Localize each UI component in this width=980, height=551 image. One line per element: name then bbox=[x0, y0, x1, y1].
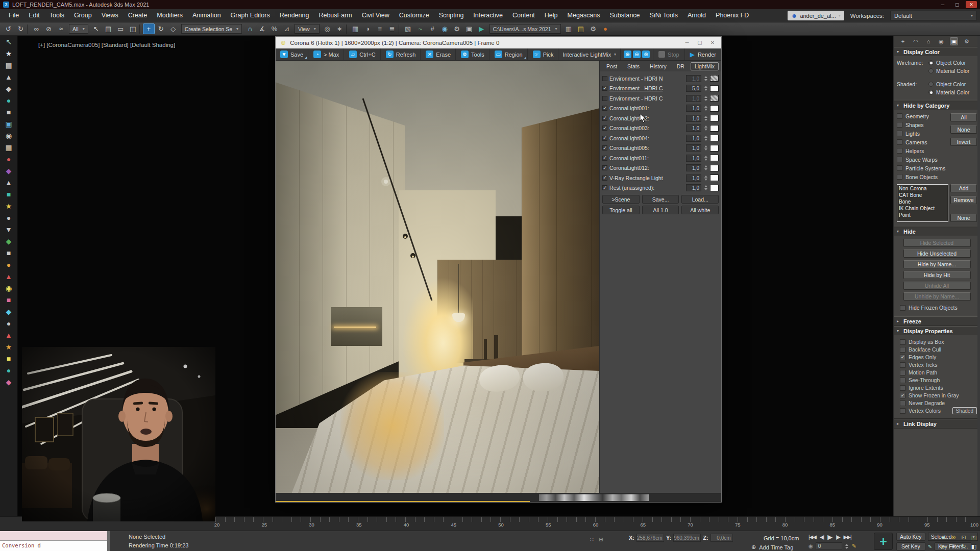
light-color-swatch[interactable] bbox=[710, 185, 719, 191]
key-mode-icon[interactable]: ✎ bbox=[852, 543, 856, 549]
tab-lightmix[interactable]: LightMix bbox=[691, 62, 719, 70]
menu-item[interactable]: Modifiers bbox=[152, 9, 187, 22]
selection-filter-dropdown[interactable]: All ▾ bbox=[69, 24, 88, 34]
listener-script-row[interactable]: Conversion d bbox=[0, 541, 107, 551]
left-tool-14[interactable]: ■ bbox=[7, 191, 11, 198]
next-frame-button[interactable]: |▶ bbox=[836, 534, 840, 540]
light-intensity-field[interactable]: 1,0 bbox=[686, 155, 701, 162]
workspace-dropdown[interactable]: Default ▾ bbox=[890, 11, 977, 20]
wireframe-material-color-radio[interactable]: Material Color bbox=[928, 67, 977, 74]
save-button[interactable]: ▼ Save bbox=[276, 48, 308, 60]
display-property-row[interactable]: Vertex Ticks bbox=[897, 361, 977, 368]
minimize-button[interactable]: ─ bbox=[937, 1, 948, 8]
menu-item[interactable]: Views bbox=[97, 9, 123, 22]
display-property-row[interactable]: Ignore Extents bbox=[897, 384, 977, 391]
light-intensity-field[interactable]: 1,0 bbox=[686, 124, 701, 132]
asset-library-icon[interactable]: ▤ bbox=[575, 23, 587, 34]
lightmix-load-button[interactable]: Load... bbox=[681, 195, 719, 204]
light-color-swatch[interactable] bbox=[710, 135, 719, 141]
display-property-row[interactable]: Display as Box bbox=[897, 338, 977, 345]
light-color-swatch[interactable] bbox=[710, 155, 719, 161]
spinner[interactable] bbox=[703, 144, 708, 152]
light-intensity-field[interactable]: 1,0 bbox=[686, 75, 701, 82]
tab-motion[interactable]: ◉ bbox=[937, 37, 945, 45]
light-enable-checkbox[interactable] bbox=[602, 156, 607, 161]
category-checkbox-row[interactable]: Lights bbox=[897, 130, 948, 137]
display-property-row[interactable]: Motion Path bbox=[897, 369, 977, 376]
reference-coordinate-dropdown[interactable]: View ▾ bbox=[295, 24, 320, 34]
left-tool-12[interactable]: ◆ bbox=[6, 167, 12, 174]
unhide-all-button[interactable]: Unhide All bbox=[903, 282, 971, 290]
tab-dr[interactable]: DR bbox=[673, 62, 689, 70]
light-enable-checkbox[interactable] bbox=[602, 86, 607, 91]
exclusion-list-item[interactable]: Non-Corona bbox=[899, 185, 946, 192]
select-rotate-icon[interactable]: ↻ bbox=[155, 23, 167, 34]
light-enable-checkbox[interactable] bbox=[602, 176, 607, 181]
separator[interactable] bbox=[399, 24, 402, 34]
left-tool-11[interactable]: ● bbox=[7, 156, 11, 163]
hide-frozen-checkbox-row[interactable]: Hide Frozen Objects bbox=[900, 305, 977, 311]
left-tool-24[interactable]: ◆ bbox=[6, 308, 12, 315]
percent-snap-icon[interactable]: % bbox=[268, 23, 280, 34]
previous-frame-button[interactable]: ◀| bbox=[820, 534, 824, 540]
rendered-frame-icon[interactable]: ▣ bbox=[463, 23, 475, 34]
spinner[interactable] bbox=[703, 85, 708, 92]
go-to-start-button[interactable]: |◀◀ bbox=[808, 534, 816, 540]
tab-stats[interactable]: Stats bbox=[623, 62, 644, 70]
settings-icon[interactable]: ⚙ bbox=[587, 23, 599, 34]
left-tool-19[interactable]: ■ bbox=[7, 249, 11, 257]
to-max-button[interactable]: ◔ > Max bbox=[309, 48, 344, 60]
left-tool-3[interactable]: ▤ bbox=[5, 62, 12, 69]
select-by-name-icon[interactable]: ▤ bbox=[103, 23, 114, 34]
exclusion-list-item[interactable]: CAT Bone bbox=[899, 192, 946, 198]
z-coordinate-field[interactable]: 0,0cm bbox=[710, 534, 733, 542]
angle-snap-icon[interactable]: ∡ bbox=[256, 23, 268, 34]
render-setup-icon[interactable]: ⚙ bbox=[451, 23, 463, 34]
pick-button[interactable]: ☞ Pick bbox=[528, 48, 559, 60]
absolute-mode-icon[interactable]: ⊞ bbox=[599, 536, 603, 543]
left-tool-5[interactable]: ◆ bbox=[6, 85, 12, 92]
left-tool-9[interactable]: ◉ bbox=[6, 132, 12, 139]
light-intensity-field[interactable]: 1,0 bbox=[686, 174, 701, 182]
snap-toggle-icon[interactable]: ∩ bbox=[244, 23, 256, 34]
left-tool-25[interactable]: ● bbox=[7, 320, 11, 327]
hide-unselected-button[interactable]: Hide Unselected bbox=[903, 249, 971, 258]
left-tool-26[interactable]: ▲ bbox=[5, 332, 12, 339]
light-intensity-field[interactable]: 1,0 bbox=[686, 95, 701, 102]
light-intensity-field[interactable]: 1,0 bbox=[686, 184, 701, 191]
left-tool-17[interactable]: ▼ bbox=[5, 226, 12, 233]
menu-item[interactable]: Create bbox=[124, 9, 152, 22]
corona-close-button[interactable]: ✕ bbox=[708, 40, 717, 45]
named-selection-dropdown[interactable]: Create Selection Se ▾ bbox=[181, 24, 242, 34]
vertex-colors-shaded-button[interactable]: Shaded bbox=[952, 407, 977, 414]
copy-button[interactable]: ▱ Ctrl+C bbox=[345, 48, 380, 60]
invert-button[interactable]: Invert bbox=[950, 138, 977, 146]
tab-post[interactable]: Post bbox=[602, 62, 621, 70]
maximize-viewport-icon[interactable]: ◧ bbox=[969, 542, 978, 550]
hide-selected-button[interactable]: Hide Selected bbox=[903, 239, 971, 247]
menu-item[interactable]: Arnold bbox=[683, 9, 710, 22]
zoom-fit-button[interactable]: ⊗ bbox=[642, 51, 650, 58]
remove-button[interactable]: Remove bbox=[950, 196, 977, 204]
menu-item[interactable]: Rendering bbox=[275, 9, 314, 22]
light-enable-checkbox[interactable] bbox=[602, 185, 607, 190]
menu-item[interactable]: Scripting bbox=[434, 9, 469, 22]
menu-item[interactable]: Megascans bbox=[563, 9, 605, 22]
schematic-view-icon[interactable]: # bbox=[427, 23, 438, 34]
left-tool-23[interactable]: ■ bbox=[7, 296, 11, 304]
spinner[interactable] bbox=[703, 105, 708, 112]
light-color-swatch[interactable] bbox=[710, 125, 719, 132]
light-enable-checkbox[interactable] bbox=[602, 116, 607, 121]
category-checkbox-row[interactable]: Geometry bbox=[897, 113, 948, 119]
light-enable-checkbox[interactable] bbox=[602, 76, 607, 81]
category-checkbox-row[interactable]: Bone Objects bbox=[897, 173, 948, 180]
rollout-header[interactable]: ▾ Hide bbox=[894, 227, 980, 236]
left-tool-15[interactable]: ★ bbox=[6, 203, 12, 210]
display-property-row[interactable]: See-Through bbox=[897, 377, 977, 384]
orbit-icon[interactable]: ↻ bbox=[959, 542, 968, 550]
spinner[interactable] bbox=[703, 124, 708, 132]
light-intensity-field[interactable]: 1,0 bbox=[686, 135, 701, 142]
redo-icon[interactable]: ↻ bbox=[15, 23, 27, 34]
hide-by-name-button[interactable]: Hide by Name... bbox=[903, 260, 971, 268]
menu-item[interactable]: File bbox=[4, 9, 23, 22]
